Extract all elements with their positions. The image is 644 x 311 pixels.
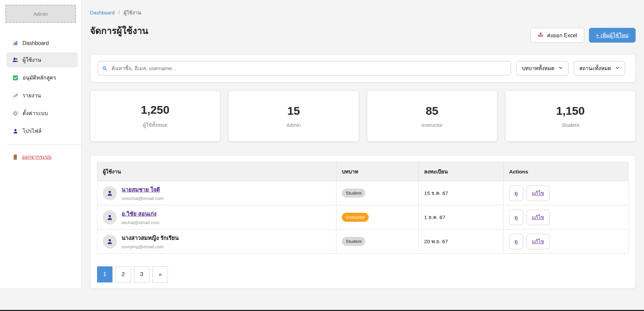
gear-icon bbox=[12, 110, 18, 116]
role-cell: Instructor bbox=[336, 205, 418, 229]
users-icon bbox=[12, 57, 18, 63]
registered-date: 15 ธ.ค. 67 bbox=[424, 190, 448, 196]
column-header: Actions bbox=[504, 162, 629, 181]
stat-card: 15Admin bbox=[228, 91, 359, 142]
add-user-label: + เพิ่มผู้ใช้ใหม่ bbox=[596, 31, 629, 40]
user-cell: นางสาวสมหญิง รักเรียนsomying@email.com bbox=[97, 229, 336, 254]
person-icon bbox=[12, 128, 18, 134]
add-user-button[interactable]: + เพิ่มผู้ใช้ใหม่ bbox=[589, 28, 636, 43]
actions-cell: ดูแก้ไข bbox=[504, 181, 629, 205]
stat-label: Admin bbox=[286, 122, 301, 128]
stat-label: ผู้ใช้ทั้งหมด bbox=[143, 121, 168, 129]
role-badge: Student bbox=[342, 237, 366, 246]
sidebar-item-check[interactable]: อนุมัติหลักสูตร bbox=[6, 70, 78, 85]
user-name-link[interactable]: นายสมชาย ใจดี bbox=[122, 185, 164, 194]
sidebar-item-users[interactable]: ผู้ใช้งาน bbox=[6, 52, 78, 67]
status-filter-select[interactable]: สถานะทั้งหมด bbox=[574, 61, 625, 75]
registered-cell: 15 ธ.ค. 67 bbox=[419, 181, 504, 205]
stat-value: 15 bbox=[287, 104, 300, 117]
search-input[interactable] bbox=[98, 61, 511, 75]
user-cell: อ.วิชัย สอนเก่งwichai@email.com bbox=[97, 205, 336, 229]
sidebar-item-label: โปรไฟล์ bbox=[22, 127, 42, 135]
role-filter-select[interactable]: บทบาททั้งหมด bbox=[516, 61, 568, 75]
sidebar-item-chart-up[interactable]: รายงาน bbox=[6, 88, 78, 103]
registered-date: 20 พ.ย. 67 bbox=[424, 239, 448, 244]
stat-card: 1,250ผู้ใช้ทั้งหมด bbox=[90, 91, 220, 142]
breadcrumb: Dashboard / ผู้ใช้งาน bbox=[90, 9, 636, 17]
edit-button[interactable]: แก้ไข bbox=[526, 234, 550, 249]
sidebar-item-label: ผู้ใช้งาน bbox=[22, 56, 41, 64]
sidebar-nav: Dashboardผู้ใช้งานอนุมัติหลักสูตรรายงานต… bbox=[0, 37, 81, 139]
sidebar-item-gear[interactable]: ตั้งค่าระบบ bbox=[6, 106, 78, 121]
door-icon bbox=[12, 154, 18, 160]
registered-cell: 20 พ.ย. 67 bbox=[419, 229, 504, 254]
stat-value: 85 bbox=[426, 104, 439, 117]
avatar bbox=[103, 210, 117, 224]
chevron-down-icon bbox=[615, 65, 620, 71]
sidebar-item-label: รายงาน bbox=[22, 91, 41, 100]
sidebar: Admin Dashboardผู้ใช้งานอนุมัติหลักสูตรร… bbox=[0, 0, 82, 288]
view-button[interactable]: ดู bbox=[509, 210, 523, 225]
stat-label: Student bbox=[562, 122, 579, 128]
user-name: นางสาวสมหญิง รักเรียน bbox=[122, 234, 179, 242]
breadcrumb-current: ผู้ใช้งาน bbox=[124, 10, 141, 15]
user-cell: นายสมชาย ใจดีsomchai@email.com bbox=[97, 181, 336, 205]
stats-row: 1,250ผู้ใช้ทั้งหมด15Admin85Instructor1,1… bbox=[90, 91, 636, 142]
page-button-2[interactable]: 2 bbox=[116, 266, 131, 282]
search-icon bbox=[102, 65, 107, 72]
user-email: wichai@email.com bbox=[122, 220, 159, 225]
column-header: ลงทะเบียน bbox=[419, 162, 504, 181]
sidebar-item-label: ตั้งค่าระบบ bbox=[22, 109, 48, 117]
user-name-link[interactable]: อ.วิชัย สอนเก่ง bbox=[122, 209, 159, 218]
role-badge: Student bbox=[342, 189, 366, 198]
stat-card: 85Instructor bbox=[367, 91, 497, 142]
sidebar-item-person[interactable]: โปรไฟล์ bbox=[6, 123, 78, 139]
view-button[interactable]: ดู bbox=[509, 186, 523, 201]
users-table: ผู้ใช้งานบทบาทลงทะเบียนActions นายสมชาย … bbox=[97, 162, 629, 254]
actions-cell: ดูแก้ไข bbox=[504, 205, 629, 229]
page-button-1[interactable]: 1 bbox=[97, 266, 112, 282]
chevron-down-icon bbox=[558, 65, 563, 71]
header-actions: ส่งออก Excel + เพิ่มผู้ใช้ใหม่ bbox=[531, 28, 636, 43]
filter-panel: บทบาททั้งหมด สถานะทั้งหมด bbox=[90, 54, 636, 83]
page-button-3[interactable]: 3 bbox=[134, 266, 149, 282]
stat-value: 1,150 bbox=[556, 104, 585, 117]
logout-label: ออกจากระบบ bbox=[22, 153, 52, 161]
check-icon bbox=[12, 75, 18, 81]
next-page-button[interactable]: » bbox=[152, 266, 168, 282]
role-badge: Instructor bbox=[342, 213, 369, 222]
actions-cell: ดูแก้ไข bbox=[504, 229, 629, 254]
table-row: อ.วิชัย สอนเก่งwichai@email.comInstructo… bbox=[97, 205, 629, 229]
sidebar-item-bar-chart[interactable]: Dashboard bbox=[6, 37, 78, 50]
column-header: บทบาท bbox=[336, 162, 418, 181]
breadcrumb-separator: / bbox=[119, 10, 120, 15]
status-filter-value: สถานะทั้งหมด bbox=[579, 64, 611, 72]
bar-chart-icon bbox=[12, 40, 18, 46]
edit-button[interactable]: แก้ไข bbox=[526, 210, 550, 225]
avatar bbox=[103, 235, 117, 249]
view-button[interactable]: ดู bbox=[509, 234, 523, 249]
export-excel-label: ส่งออก Excel bbox=[547, 31, 577, 40]
logout-link[interactable]: ออกจากระบบ bbox=[12, 153, 81, 161]
download-icon bbox=[538, 32, 544, 39]
stat-label: Instructor bbox=[421, 122, 443, 128]
registered-cell: 1 ธ.ค. 67 bbox=[419, 205, 504, 229]
avatar bbox=[103, 186, 117, 200]
app-logo: Admin bbox=[5, 5, 76, 23]
table-row: นายสมชาย ใจดีsomchai@email.comStudent15 … bbox=[97, 181, 629, 205]
role-cell: Student bbox=[336, 229, 418, 254]
edit-button[interactable]: แก้ไข bbox=[526, 186, 550, 201]
stat-card: 1,150Student bbox=[505, 91, 636, 142]
main-content: Dashboard / ผู้ใช้งาน จัดการผู้ใช้งาน ส่… bbox=[82, 0, 644, 289]
role-cell: Student bbox=[336, 181, 418, 205]
search-box bbox=[98, 61, 511, 75]
export-excel-button[interactable]: ส่งออก Excel bbox=[531, 28, 584, 43]
pagination: 123» bbox=[97, 266, 629, 282]
breadcrumb-link-dashboard[interactable]: Dashboard bbox=[90, 10, 114, 15]
sidebar-item-label: อนุมัติหลักสูตร bbox=[22, 73, 56, 82]
user-email: somchai@email.com bbox=[122, 196, 164, 201]
registered-date: 1 ธ.ค. 67 bbox=[424, 214, 445, 220]
users-table-panel: ผู้ใช้งานบทบาทลงทะเบียนActions นายสมชาย … bbox=[90, 155, 636, 289]
column-header: ผู้ใช้งาน bbox=[97, 162, 336, 181]
sidebar-item-label: Dashboard bbox=[22, 40, 49, 46]
